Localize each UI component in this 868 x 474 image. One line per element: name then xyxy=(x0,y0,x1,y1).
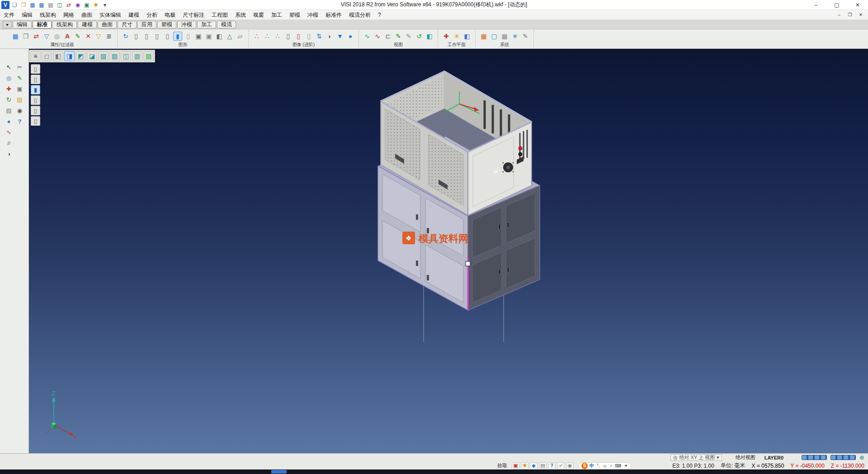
link-icon[interactable]: ◎ xyxy=(52,32,61,41)
record-status-icon[interactable]: ◉ xyxy=(566,462,574,469)
menu-analysis[interactable]: 分析 xyxy=(143,10,161,20)
render-blue-icon[interactable]: ∴ xyxy=(273,32,282,41)
view-iso-sw-icon[interactable]: ▨ xyxy=(109,51,120,61)
tab-surface[interactable]: 曲面 xyxy=(98,21,117,28)
active-shading-mode-icon[interactable]: ▮ xyxy=(173,32,182,41)
display-mode-active-icon[interactable]: ▮ xyxy=(31,85,40,95)
ime-mic-icon[interactable]: ♪ xyxy=(610,464,612,468)
save-all-icon[interactable]: ▩ xyxy=(38,1,46,9)
workplane-star-icon[interactable]: ✳ xyxy=(452,32,461,41)
rotate-view-icon[interactable]: ↻ xyxy=(4,95,14,104)
sketch-view-icon[interactable]: ✎ xyxy=(394,32,403,41)
sphere-icon[interactable]: ● xyxy=(4,117,14,126)
sheet-icon[interactable]: ▤ xyxy=(4,106,14,115)
magnet-filter-icon[interactable]: A xyxy=(63,32,72,41)
shaded-edges-mode-icon[interactable]: ▯ xyxy=(163,32,172,41)
cone-view-icon[interactable]: ▼ xyxy=(335,32,344,41)
snap-settings-icon[interactable]: ✳ xyxy=(510,32,519,41)
light-cylinder-icon[interactable]: ▯ xyxy=(304,32,313,41)
tab-mould[interactable]: 塑模 xyxy=(157,21,176,28)
list-filter-icon[interactable]: ≣ xyxy=(104,32,113,41)
tab-flow[interactable]: 模流 xyxy=(217,21,236,28)
workplane-edit-icon[interactable]: ◧ xyxy=(462,32,472,41)
menu-help[interactable]: ? xyxy=(374,10,385,20)
dynamic-section-icon[interactable]: ∿ xyxy=(363,32,372,41)
workplane-selector[interactable]: ◎ 绝对 XY 上 视图 ▾ xyxy=(670,454,722,461)
view-mode-label[interactable]: 绝对视图 xyxy=(733,454,758,461)
layer-status-icon[interactable]: ▤ xyxy=(539,462,547,469)
model-3d[interactable] xyxy=(378,71,540,310)
attributes-copy-icon[interactable]: ❐ xyxy=(21,32,30,41)
render-green-icon[interactable]: ∴ xyxy=(263,32,272,41)
highlight-cylinder-icon[interactable]: ▯ xyxy=(294,32,303,41)
menu-mesh[interactable]: 网格 xyxy=(60,10,78,20)
half-section-icon[interactable]: ◗ xyxy=(325,32,334,41)
open-file-icon[interactable]: ❐ xyxy=(19,1,28,9)
network-icon[interactable]: ⊕ xyxy=(859,454,864,461)
view-menu-icon[interactable]: ≡ xyxy=(30,51,41,61)
monitor-icon[interactable]: ▢ xyxy=(490,32,499,41)
cut-icon[interactable]: ✂ xyxy=(15,62,25,72)
ime-toolbar[interactable]: S 中°,☺♪⌨✦ xyxy=(578,462,631,469)
sphere-view-icon[interactable]: ● xyxy=(346,32,355,41)
menu-solid-edit[interactable]: 实体编辑 xyxy=(96,10,125,20)
tab-modeling[interactable]: 建模 xyxy=(78,21,97,28)
selection-handle[interactable] xyxy=(466,261,470,266)
qat-dropdown-icon[interactable]: ▾ xyxy=(101,1,109,9)
view-top-icon[interactable]: ◻ xyxy=(42,51,52,61)
menu-machining[interactable]: 加工 xyxy=(268,10,286,20)
view-iso-nw-icon[interactable]: ◪ xyxy=(87,51,97,61)
curve-icon[interactable]: ∿ xyxy=(4,128,14,137)
attributes-table-icon[interactable]: ▦ xyxy=(11,32,20,41)
ime-tools-icon[interactable]: ✦ xyxy=(624,464,627,468)
mdi-close-button[interactable]: ✕ xyxy=(856,11,865,19)
menu-modeling[interactable]: 建模 xyxy=(125,10,143,20)
solid-badge-alt-icon[interactable]: ▣ xyxy=(204,32,213,41)
filter-blue-icon[interactable]: ▽ xyxy=(42,32,51,41)
zoom-icon[interactable]: ◎ xyxy=(4,73,14,83)
section-curve-icon[interactable]: ∿ xyxy=(373,32,382,41)
menu-standard-parts[interactable]: 标准件 xyxy=(322,10,345,20)
display-mode-6-icon[interactable]: ▯ xyxy=(31,116,40,126)
view-cube-icon[interactable]: ◧ xyxy=(425,32,434,41)
ortho-status-icon[interactable]: ◆ xyxy=(530,462,538,469)
tab-overflow-button[interactable]: ▾ xyxy=(3,21,12,28)
maximize-button[interactable]: ▢ xyxy=(826,0,847,9)
menu-die[interactable]: 冲模 xyxy=(304,10,322,20)
snapshot-icon[interactable]: ◉ xyxy=(15,106,25,115)
tab-standard[interactable]: 标准 xyxy=(33,21,52,28)
menu-system[interactable]: 系统 xyxy=(231,10,250,20)
view-right-icon[interactable]: ▥ xyxy=(132,51,142,61)
view-front-icon[interactable]: ◧ xyxy=(53,51,63,61)
tab-dimension[interactable]: 尺寸 xyxy=(118,21,137,28)
snap-status-icon[interactable]: ▣ xyxy=(512,462,519,469)
tab-wireframe[interactable]: 线架构 xyxy=(52,21,77,28)
shadow-cylinder-icon[interactable]: ▯ xyxy=(283,32,292,41)
minimize-button[interactable]: – xyxy=(806,0,826,9)
tab-die[interactable]: 冲模 xyxy=(177,21,196,28)
edit-solid-icon[interactable]: ◧ xyxy=(215,32,224,41)
new-document-icon[interactable]: ❏ xyxy=(10,1,19,9)
mdi-restore-button[interactable]: ❐ xyxy=(845,11,854,19)
menu-surface[interactable]: 曲面 xyxy=(78,10,96,20)
pick-mode-label[interactable]: 拾取 xyxy=(497,462,507,469)
shade-toggle-icon[interactable]: ◑ xyxy=(4,149,14,159)
ime-lang-icon[interactable]: 中 xyxy=(590,464,594,468)
menu-wireframe[interactable]: 线架构 xyxy=(36,10,60,20)
ime-emoji-icon[interactable]: ☺ xyxy=(603,464,607,468)
render-red-icon[interactable]: ∴ xyxy=(252,32,261,41)
tab-application[interactable]: 应用 xyxy=(137,21,156,28)
view-left-icon[interactable]: ◫ xyxy=(121,51,131,61)
menu-electrode[interactable]: 电极 xyxy=(161,10,179,20)
capture-icon[interactable]: ◉ xyxy=(74,1,82,9)
view-iso-se-icon[interactable]: ▧ xyxy=(98,51,108,61)
ok-status-icon[interactable]: ✓ xyxy=(557,462,565,469)
import-icon[interactable]: ⇄ xyxy=(65,1,73,9)
grid-status-icon[interactable]: ✱ xyxy=(521,462,528,469)
system-windows-icon[interactable]: ▦ xyxy=(479,32,488,41)
filter-yellow-icon[interactable]: ▽ xyxy=(94,32,103,41)
help-icon[interactable]: ? xyxy=(15,117,25,126)
settings-icon[interactable]: ✱ xyxy=(92,1,100,9)
menu-dimension[interactable]: 尺寸标注 xyxy=(179,10,208,20)
solid-badge-icon[interactable]: ▣ xyxy=(194,32,203,41)
